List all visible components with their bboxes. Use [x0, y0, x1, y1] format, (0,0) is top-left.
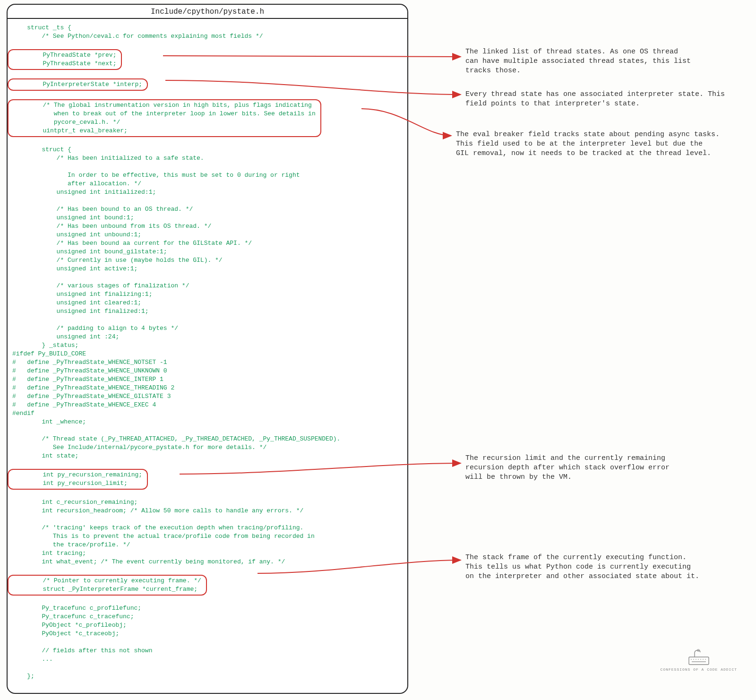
code-line: int what_event; /* The event currently b…	[12, 558, 285, 565]
code-line: unsigned int bound_gilstate:1;	[12, 248, 167, 255]
highlight-recursion: int py_recursion_remaining; int py_recur…	[8, 469, 148, 490]
code-line: int py_recursion_limit;	[13, 480, 128, 487]
code-line: uintptr_t eval_breaker;	[13, 127, 128, 134]
code-line: unsigned int cleared:1;	[12, 299, 141, 306]
code-line: when to break out of the interpreter loo…	[13, 110, 316, 117]
highlight-eval-breaker: /* The global instrumentation version in…	[8, 99, 321, 137]
code-line: Py_tracefunc c_profilefunc;	[12, 605, 141, 612]
code-line: /* Has been unbound from its OS thread. …	[12, 223, 211, 230]
code-line: PyInterpreterState *interp;	[13, 81, 142, 88]
code-line: // fields after this not shown	[12, 647, 152, 654]
code-line: # define _PyThreadState_WHENCE_EXEC 4	[12, 401, 156, 408]
code-line: /* Thread state (_Py_THREAD_ATTACHED, _P…	[12, 435, 340, 442]
code-line: #ifdef Py_BUILD_CORE	[12, 350, 86, 357]
code-line: /* Has been bound to an OS thread. */	[12, 206, 193, 213]
code-line: int state;	[12, 452, 78, 459]
code-line: unsigned int unbound:1;	[12, 231, 141, 238]
code-line: int recursion_headroom; /* Allow 50 more…	[12, 507, 303, 514]
annotation-linked-list: The linked list of thread states. As one…	[465, 47, 730, 76]
code-line: /* See Python/ceval.c for comments expla…	[12, 33, 263, 40]
code-line: };	[12, 673, 34, 680]
annotation-eval-breaker: The eval breaker field tracks state abou…	[456, 130, 735, 158]
code-line: # define _PyThreadState_WHENCE_GILSTATE …	[12, 393, 171, 400]
code-line: PyThreadState *prev;	[13, 52, 116, 59]
code-line: unsigned int finalizing:1;	[12, 291, 152, 298]
watermark-text: CONFESSIONS OF A CODE ADDICT	[661, 667, 737, 672]
code-line: struct _ts {	[12, 24, 71, 31]
code-line: #endif	[12, 410, 34, 417]
code-line: unsigned int active:1;	[12, 265, 137, 272]
code-line: pycore_ceval.h. */	[13, 119, 120, 126]
highlight-interp: PyInterpreterState *interp;	[8, 78, 148, 91]
code-line: int tracing;	[12, 550, 86, 557]
code-line: PyObject *c_profileobj;	[12, 622, 127, 629]
annotation-current-frame: The stack frame of the currently executi…	[465, 553, 730, 581]
code-line: ...	[12, 656, 53, 663]
code-line: struct _PyInterpreterFrame *current_fram…	[13, 586, 198, 593]
code-body: struct _ts { /* See Python/ceval.c for c…	[8, 19, 407, 685]
code-line: /* Has been bound aa current for the GIL…	[12, 240, 252, 247]
code-line: } _status;	[12, 342, 78, 349]
file-title: Include/cpython/pystate.h	[8, 5, 407, 19]
code-line: Py_tracefunc c_tracefunc;	[12, 613, 134, 620]
code-line: unsigned int finalized:1;	[12, 308, 149, 315]
code-line: This is to prevent the actual trace/prof…	[12, 533, 315, 540]
code-line: # define _PyThreadState_WHENCE_UNKNOWN 0	[12, 367, 167, 374]
svg-rect-0	[689, 657, 709, 665]
keyboard-icon	[687, 648, 711, 666]
code-line: # define _PyThreadState_WHENCE_INTERP 1	[12, 376, 163, 383]
code-line: PyObject *c_traceobj;	[12, 630, 119, 637]
code-line: after allocation. */	[12, 180, 141, 187]
code-line: /* Has been initialized to a safe state.	[12, 155, 204, 162]
code-line: # define _PyThreadState_WHENCE_THREADING…	[12, 384, 174, 391]
code-line: /* padding to align to 4 bytes */	[12, 325, 178, 332]
code-line: /* Currently in use (maybe holds the GIL…	[12, 257, 223, 264]
code-line: unsigned int :24;	[12, 333, 119, 340]
highlight-prev-next: PyThreadState *prev; PyThreadState *next…	[8, 49, 122, 70]
code-line: /* Pointer to currently executing frame.…	[13, 577, 201, 584]
code-line: /* various stages of finalization */	[12, 282, 189, 289]
code-line: See Include/internal/pycore_pystate.h fo…	[12, 444, 266, 451]
annotation-interp: Every thread state has one associated in…	[465, 90, 735, 109]
code-line: /* The global instrumentation version in…	[13, 102, 312, 109]
code-line: PyThreadState *next;	[13, 60, 116, 67]
code-line: int c_recursion_remaining;	[12, 499, 137, 506]
code-line: unsigned int bound:1;	[12, 214, 134, 221]
highlight-current-frame: /* Pointer to currently executing frame.…	[8, 575, 207, 596]
code-line: unsigned int initialized:1;	[12, 189, 156, 196]
watermark: CONFESSIONS OF A CODE ADDICT	[661, 648, 737, 672]
code-line: struct {	[12, 146, 71, 153]
annotation-recursion: The recursion limit and the currently re…	[465, 454, 711, 482]
code-line: # define _PyThreadState_WHENCE_NOTSET -1	[12, 359, 167, 366]
code-line: the trace/profile. */	[12, 541, 130, 548]
code-window: Include/cpython/pystate.h struct _ts { /…	[7, 4, 408, 694]
code-line: /* 'tracing' keeps track of the executio…	[12, 524, 303, 531]
code-line: int _whence;	[12, 418, 86, 425]
code-line: In order to be effective, this must be s…	[12, 172, 300, 179]
code-line: int py_recursion_remaining;	[13, 471, 142, 478]
